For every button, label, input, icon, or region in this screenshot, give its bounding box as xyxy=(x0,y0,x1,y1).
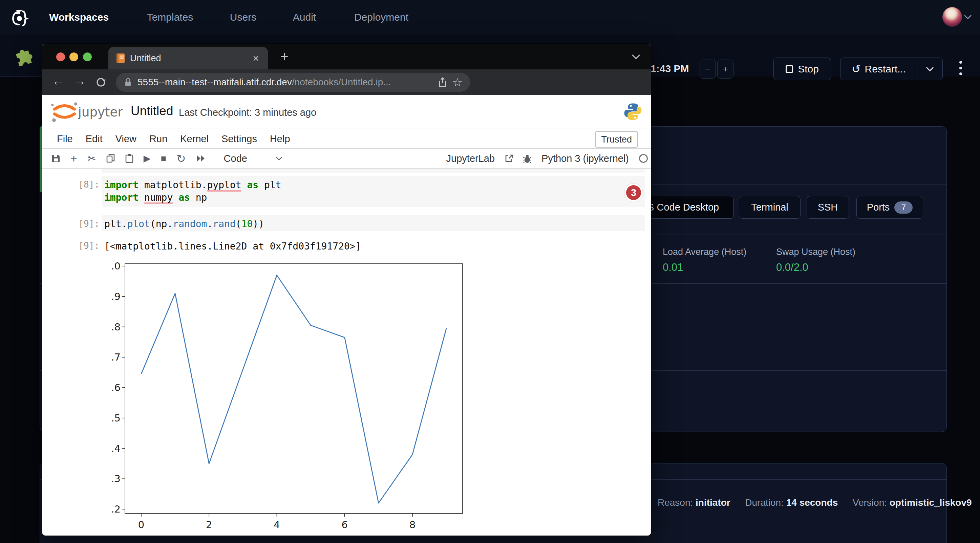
external-link-icon[interactable] xyxy=(505,154,513,162)
browser-tabstrip: Untitled × + xyxy=(42,44,651,70)
build-reason-value: initiator xyxy=(695,497,730,508)
zoom-in-button[interactable]: + xyxy=(717,60,733,79)
code-cell-9[interactable]: plt.plot(np.random.rand(10)) xyxy=(102,215,645,231)
reload-icon[interactable] xyxy=(95,77,106,88)
browser-tab[interactable]: Untitled × xyxy=(108,47,268,70)
menu-file[interactable]: File xyxy=(57,133,73,144)
browser-toolbar: ← → 5555--main--test--matifali.atif.cdr.… xyxy=(42,70,651,95)
forward-icon[interactable]: → xyxy=(74,74,86,88)
menu-kernel[interactable]: Kernel xyxy=(180,133,208,144)
debugger-bug-icon[interactable] xyxy=(523,154,531,163)
window-maximize-button[interactable] xyxy=(83,52,92,61)
nav-item-users[interactable]: Users xyxy=(230,0,256,35)
load-average-label: Load Average (Host) xyxy=(663,247,746,257)
vscode-desktop-label: VS Code Desktop xyxy=(641,202,719,213)
menu-view[interactable]: View xyxy=(116,133,137,144)
svg-text:0.8: 0.8 xyxy=(112,321,121,333)
python-logo-icon xyxy=(624,102,643,121)
notebook-title[interactable]: Untitled xyxy=(131,104,173,118)
nav-deployment-label: Deployment xyxy=(354,11,408,23)
restart-workspace-button[interactable]: ↺ Restart... xyxy=(840,57,943,80)
jupyter-favicon-book-icon xyxy=(116,53,125,64)
cell9-prompt: [9]: xyxy=(62,219,100,229)
code8-line2: import numpy as np xyxy=(104,191,645,204)
menu-run[interactable]: Run xyxy=(150,133,167,144)
stop-workspace-button[interactable]: Stop xyxy=(773,57,831,80)
jupyter-wordmark: jupyter xyxy=(78,105,123,119)
jupyter-menubar: File Edit View Run Kernel Settings Help xyxy=(42,129,651,149)
menu-edit[interactable]: Edit xyxy=(86,133,103,144)
build-duration-label: Duration: xyxy=(745,497,784,508)
browser-window: Untitled × + ← → 5555--main-- xyxy=(42,44,651,535)
user-avatar[interactable] xyxy=(942,7,962,27)
back-icon[interactable]: ← xyxy=(52,74,64,88)
window-minimize-button[interactable] xyxy=(69,52,78,61)
restart-kernel-icon[interactable]: ↻ xyxy=(177,152,186,165)
bookmark-star-icon[interactable]: ☆ xyxy=(452,76,463,89)
save-icon[interactable] xyxy=(51,154,60,163)
cut-cell-icon[interactable]: ✂ xyxy=(88,152,96,165)
svg-text:6: 6 xyxy=(342,519,348,530)
output9-prompt: [9]: xyxy=(62,241,100,251)
nav-item-deployment[interactable]: Deployment xyxy=(354,0,408,35)
ports-button[interactable]: Ports 7 xyxy=(856,196,923,219)
user-menu-chevron-down-icon[interactable] xyxy=(964,14,972,20)
notification-badge-ring[interactable]: 3 xyxy=(624,183,643,202)
notebook-area: [8]: import matplotlib.pyplot as plt imp… xyxy=(42,168,651,535)
svg-text:0.7: 0.7 xyxy=(112,351,121,363)
add-cell-icon[interactable]: + xyxy=(70,152,77,165)
tab-title: Untitled xyxy=(130,47,161,70)
url-bar[interactable]: 5555--main--test--matifali.atif.cdr.dev/… xyxy=(116,73,470,92)
cell-type-chevron-down-icon[interactable] xyxy=(276,156,282,160)
jupyter-header: jupyter Untitled Last Checkpoint: 3 minu… xyxy=(42,95,651,129)
tab-search-chevron-down-icon[interactable] xyxy=(632,54,640,60)
svg-text:0.5: 0.5 xyxy=(112,412,121,424)
window-close-button[interactable] xyxy=(56,52,65,61)
nav-item-templates[interactable]: Templates xyxy=(147,0,193,35)
menu-settings[interactable]: Settings xyxy=(221,133,257,144)
run-cell-icon[interactable]: ▶ xyxy=(143,153,151,164)
kernel-name[interactable]: Python 3 (ipykernel) xyxy=(541,153,629,164)
interrupt-kernel-icon[interactable]: ■ xyxy=(161,153,166,164)
url-host: 5555--main--test--matifali.atif.cdr.dev xyxy=(137,77,292,87)
code8-line1: import matplotlib.pyplot as plt xyxy=(104,179,645,191)
copy-cell-icon[interactable] xyxy=(106,154,115,163)
restart-menu-button[interactable] xyxy=(917,67,942,71)
nav-item-workspaces[interactable]: Workspaces xyxy=(49,0,109,35)
paste-cell-icon[interactable] xyxy=(125,154,134,163)
coder-logo-icon xyxy=(10,8,30,26)
code-cell-8[interactable]: import matplotlib.pyplot as plt import n… xyxy=(102,176,645,207)
tab-close-icon[interactable]: × xyxy=(253,47,259,70)
nav-users-label: Users xyxy=(230,11,256,23)
trusted-button[interactable]: Trusted xyxy=(595,131,638,148)
previous-cell-partial[interactable] xyxy=(102,168,645,173)
menu-help[interactable]: Help xyxy=(270,133,290,144)
ssh-button[interactable]: SSH xyxy=(807,196,849,219)
restart-run-all-icon[interactable] xyxy=(196,154,205,162)
restart-icon: ↺ xyxy=(852,63,861,76)
notification-badge: 3 xyxy=(626,185,641,200)
jupyter-logo: jupyter xyxy=(49,100,127,124)
svg-text:8: 8 xyxy=(409,519,415,530)
new-tab-button[interactable]: + xyxy=(277,49,292,64)
nav-templates-label: Templates xyxy=(147,11,193,23)
share-icon[interactable] xyxy=(438,77,447,87)
stop-label: Stop xyxy=(798,63,819,75)
chevron-down-icon xyxy=(926,67,934,71)
svg-text:2: 2 xyxy=(206,519,212,530)
header-divider xyxy=(0,76,42,77)
screen: VS Code Desktop Terminal SSH Ports 7 Loa… xyxy=(0,0,980,543)
jupyterlab-link[interactable]: JupyterLab xyxy=(446,153,495,164)
svg-text:0.3: 0.3 xyxy=(112,473,121,484)
stop-icon xyxy=(786,65,793,73)
svg-text:4: 4 xyxy=(274,519,280,530)
cell-type-select[interactable]: Code xyxy=(224,153,247,164)
workspace-menu-kebab[interactable] xyxy=(959,61,962,75)
minus-icon: − xyxy=(705,64,710,75)
top-navbar: Workspaces Templates Users Audit Deploym… xyxy=(0,0,980,35)
zoom-out-button[interactable]: − xyxy=(700,60,716,79)
terminal-button[interactable]: Terminal xyxy=(739,196,800,219)
build-duration-value: 14 seconds xyxy=(786,497,838,508)
svg-text:0.4: 0.4 xyxy=(112,443,121,454)
nav-item-audit[interactable]: Audit xyxy=(293,0,316,35)
